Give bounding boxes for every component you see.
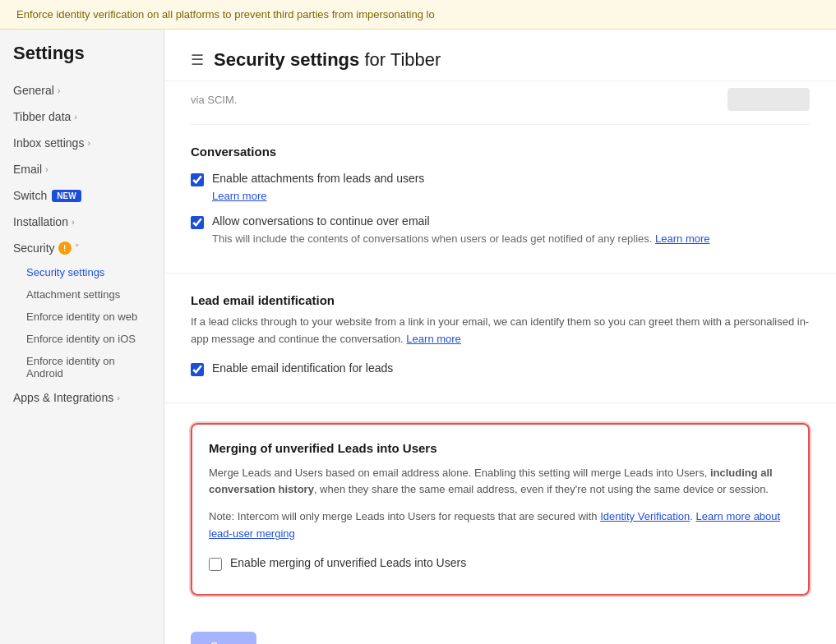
lead-email-title: Lead email identification (191, 293, 810, 307)
chevron-icon: › (72, 217, 75, 227)
identity-verification-link[interactable]: Identity Verification (600, 510, 690, 522)
save-section: Save (164, 615, 836, 644)
main-content: ☰ Security settings for Tibber via SCIM.… (164, 30, 836, 644)
hamburger-icon[interactable]: ☰ (191, 51, 204, 69)
chevron-icon: › (45, 164, 48, 174)
conversations-section: Conversations Enable attachments from le… (164, 125, 836, 274)
scim-note: via SCIM. (164, 81, 836, 124)
chevron-icon: › (58, 85, 61, 95)
sidebar-item-installation[interactable]: Installation › (0, 209, 164, 235)
sidebar-item-security-settings[interactable]: Security settings (13, 261, 164, 283)
sidebar: Settings General › Tibber data › Inbox s… (0, 30, 164, 644)
merge-title: Merging of unverified Leads into Users (209, 441, 792, 455)
allow-conversations-email-label[interactable]: Allow conversations to continue over ema… (212, 214, 430, 228)
continue-email-checkbox-row: Allow conversations to continue over ema… (191, 214, 810, 247)
merge-desc: Merge Leads and Users based on email add… (209, 465, 792, 499)
page-title: Security settings for Tibber (214, 49, 441, 71)
chevron-icon: › (87, 138, 90, 148)
sidebar-item-security[interactable]: Security ! ˅ (0, 235, 164, 261)
main-header: ☰ Security settings for Tibber (164, 30, 836, 81)
security-sub-menu: Security settings Attachment settings En… (0, 261, 164, 384)
sidebar-item-apps-integrations[interactable]: Apps & Integrations › (0, 384, 164, 411)
enable-email-identification-label[interactable]: Enable email identification for leads (212, 361, 393, 375)
merging-section: Merging of unverified Leads into Users M… (191, 423, 810, 596)
chevron-icon: › (74, 112, 77, 122)
sidebar-item-general[interactable]: General › (0, 77, 164, 104)
chevron-icon: › (117, 393, 120, 402)
new-badge: New (52, 190, 81, 202)
sidebar-item-switch[interactable]: Switch New (0, 182, 164, 209)
lead-email-section: Lead email identification If a lead clic… (164, 274, 836, 403)
lead-email-learn-more[interactable]: Learn more (406, 333, 460, 345)
sidebar-title: Settings (0, 43, 164, 77)
enable-attachments-label[interactable]: Enable attachments from leads and users (212, 172, 424, 185)
sidebar-item-attachment-settings[interactable]: Attachment settings (13, 283, 164, 306)
enable-email-id-checkbox-row: Enable email identification for leads (191, 361, 810, 376)
save-button[interactable]: Save (191, 632, 256, 644)
learn-more-link-2[interactable]: Learn more (655, 232, 709, 245)
sidebar-item-enforce-identity-web[interactable]: Enforce identity on web (13, 306, 164, 328)
conversations-title: Conversations (191, 145, 810, 159)
learn-more-link-1[interactable]: Learn more (212, 190, 266, 202)
sidebar-item-inbox-settings[interactable]: Inbox settings › (0, 130, 164, 156)
enable-attachments-checkbox[interactable] (191, 173, 204, 186)
attachments-checkbox-row: Enable attachments from leads and users … (191, 172, 810, 205)
top-banner: Enforce identity verification on all pla… (0, 0, 836, 30)
sidebar-item-enforce-identity-ios[interactable]: Enforce identity on iOS (13, 328, 164, 350)
enable-merging-checkbox[interactable] (209, 558, 222, 571)
sidebar-item-enforce-identity-android[interactable]: Enforce identity on Android (13, 350, 164, 384)
sidebar-item-tibber-data[interactable]: Tibber data › (0, 104, 164, 130)
lead-user-merging-link[interactable]: Learn more about lead-user merging (209, 510, 780, 540)
enable-merging-label[interactable]: Enable merging of unverified Leads into … (230, 556, 466, 569)
enable-email-identification-checkbox[interactable] (191, 363, 204, 376)
scim-button[interactable] (727, 88, 810, 111)
chevron-down-icon: ˅ (75, 243, 80, 254)
merge-note: Note: Intercom will only merge Leads int… (209, 508, 792, 543)
allow-conversations-email-checkbox[interactable] (191, 216, 204, 229)
lead-email-desc: If a lead clicks through to your website… (191, 314, 810, 348)
warning-icon: ! (58, 242, 72, 255)
enable-merging-checkbox-row: Enable merging of unverified Leads into … (209, 556, 792, 571)
sidebar-item-email[interactable]: Email › (0, 156, 164, 182)
